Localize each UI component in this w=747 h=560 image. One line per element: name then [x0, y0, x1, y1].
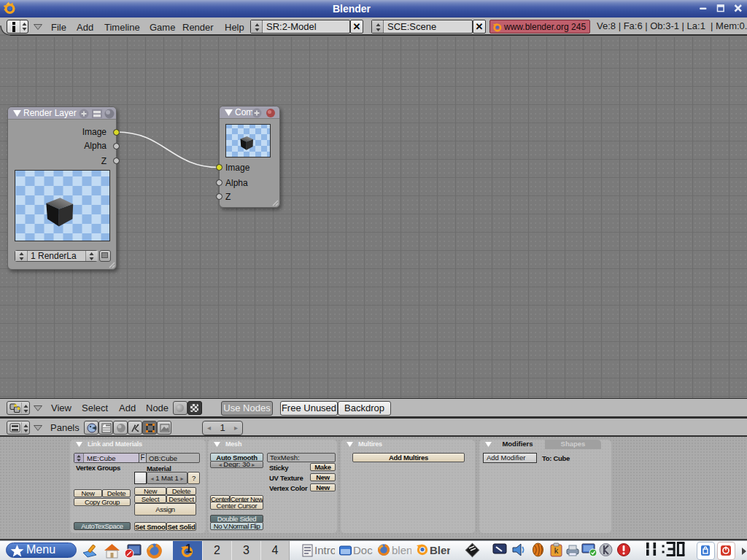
svg-text:k: k — [554, 546, 559, 555]
